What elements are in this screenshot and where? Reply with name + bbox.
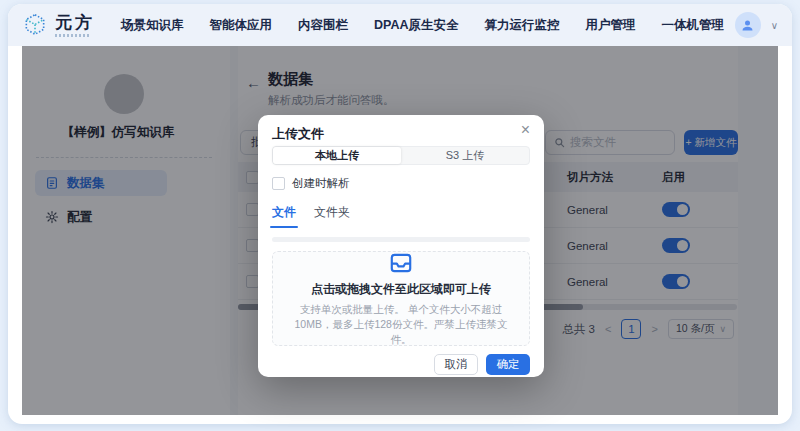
nav-menu: 场景知识库 智能体应用 内容围栏 DPAA原生安全 算力运行监控 用户管理 一体… (121, 17, 724, 34)
parse-on-create-checkbox[interactable] (272, 177, 285, 190)
tab-file[interactable]: 文件 (272, 204, 296, 224)
logo-tagline (55, 34, 91, 37)
top-nav: 元方 场景知识库 智能体应用 内容围栏 DPAA原生安全 算力运行监控 用户管理… (8, 4, 792, 46)
logo: 元方 (22, 12, 95, 38)
upload-modal: 上传文件 × 本地上传 S3 上传 创建时解析 文件 文件夹 点击或拖拽文件至此… (258, 115, 544, 377)
file-dropzone[interactable]: 点击或拖拽文件至此区域即可上传 支持单次或批量上传。 单个文件大小不超过10MB… (272, 251, 530, 346)
close-icon[interactable]: × (521, 123, 530, 137)
nav-item-dpaa-security[interactable]: DPAA原生安全 (374, 17, 459, 34)
tab-folder[interactable]: 文件夹 (314, 204, 350, 224)
cancel-button[interactable]: 取消 (434, 354, 478, 375)
checkbox-label: 创建时解析 (292, 176, 350, 191)
tab-local-upload[interactable]: 本地上传 (273, 147, 401, 164)
nav-item-user-mgmt[interactable]: 用户管理 (586, 17, 636, 34)
chevron-down-icon[interactable]: ∨ (771, 20, 778, 31)
upload-progress-track (272, 237, 530, 242)
person-icon (740, 18, 755, 33)
parse-on-create-option: 创建时解析 (272, 176, 530, 191)
logo-cube-icon (22, 12, 48, 38)
upload-mode-tabs: 本地上传 S3 上传 (272, 146, 530, 165)
tab-s3-upload[interactable]: S3 上传 (401, 147, 529, 164)
modal-title: 上传文件 (272, 123, 324, 140)
logo-text: 元方 (55, 14, 95, 32)
nav-item-content-guardrail[interactable]: 内容围栏 (298, 17, 348, 34)
nav-item-compute-monitor[interactable]: 算力运行监控 (485, 17, 560, 34)
dropzone-hint: 支持单次或批量上传。 单个文件大小不超过10MB，最多上传128份文件。严禁上传… (273, 302, 529, 347)
nav-item-agent-apps[interactable]: 智能体应用 (210, 17, 273, 34)
dropzone-title: 点击或拖拽文件至此区域即可上传 (311, 281, 491, 298)
file-type-tabs: 文件 文件夹 (272, 204, 530, 224)
nav-item-scene-kb[interactable]: 场景知识库 (121, 17, 184, 34)
user-avatar[interactable] (735, 12, 761, 38)
inbox-icon (388, 250, 414, 276)
confirm-button[interactable]: 确定 (486, 354, 530, 375)
nav-item-appliance-mgmt[interactable]: 一体机管理 (662, 17, 725, 34)
